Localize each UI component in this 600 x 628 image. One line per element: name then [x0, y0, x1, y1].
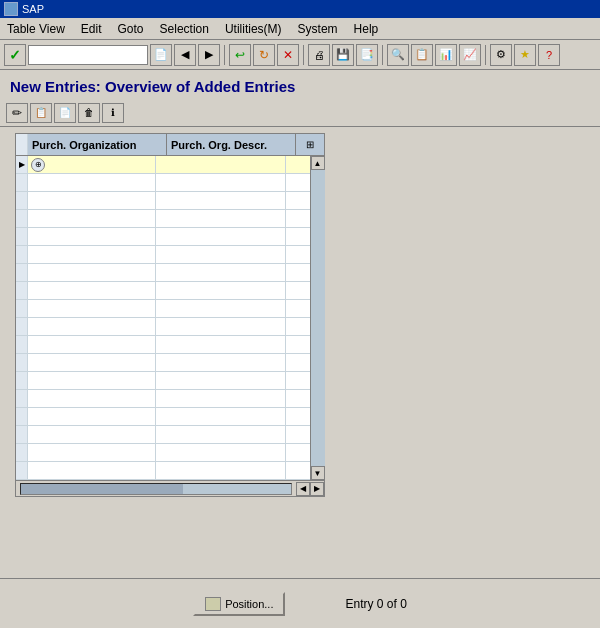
- menu-goto[interactable]: Goto: [115, 21, 147, 37]
- cell-purch-org-10[interactable]: [28, 318, 156, 335]
- layout-button[interactable]: 📊: [435, 44, 457, 66]
- cell-purch-desc-5[interactable]: [156, 228, 286, 245]
- command-input[interactable]: [28, 45, 148, 65]
- table-row[interactable]: [16, 426, 310, 444]
- cell-purch-org-2[interactable]: [28, 174, 156, 191]
- cell-purch-org-6[interactable]: [28, 246, 156, 263]
- table-row[interactable]: [16, 462, 310, 480]
- table-row[interactable]: [16, 336, 310, 354]
- menu-table-view[interactable]: Table View: [4, 21, 68, 37]
- forward-button[interactable]: ▶: [198, 44, 220, 66]
- nav-stop-button[interactable]: ✕: [277, 44, 299, 66]
- cell-purch-desc-1[interactable]: [156, 156, 286, 173]
- cell-purch-desc-14[interactable]: [156, 390, 286, 407]
- cell-purch-org-5[interactable]: [28, 228, 156, 245]
- menu-help[interactable]: Help: [351, 21, 382, 37]
- copy-button[interactable]: 📄: [54, 103, 76, 123]
- cell-purch-org-4[interactable]: [28, 210, 156, 227]
- scroll-left-button[interactable]: ◀: [296, 482, 310, 496]
- star-button[interactable]: ★: [514, 44, 536, 66]
- cell-purch-org-12[interactable]: [28, 354, 156, 371]
- scroll-right-button[interactable]: ▶: [310, 482, 324, 496]
- cell-purch-desc-11[interactable]: [156, 336, 286, 353]
- info-button[interactable]: ℹ: [102, 103, 124, 123]
- table-row[interactable]: [16, 318, 310, 336]
- cell-purch-desc-17[interactable]: [156, 444, 286, 461]
- table-row[interactable]: [16, 282, 310, 300]
- stop-icon: ✕: [283, 48, 293, 62]
- table-row[interactable]: [16, 444, 310, 462]
- table-row[interactable]: ▶ ⊕: [16, 156, 310, 174]
- copy-icon: 📄: [59, 107, 71, 118]
- save-button[interactable]: 💾: [332, 44, 354, 66]
- cell-purch-org-11[interactable]: [28, 336, 156, 353]
- table-row[interactable]: [16, 246, 310, 264]
- scroll-track-horizontal[interactable]: [20, 483, 292, 495]
- position-icon: [205, 597, 221, 611]
- doc-icon-button[interactable]: 📄: [150, 44, 172, 66]
- cell-purch-desc-7[interactable]: [156, 264, 286, 281]
- edit-pencil-button[interactable]: ✏: [6, 103, 28, 123]
- table-row[interactable]: [16, 372, 310, 390]
- cell-purch-org-7[interactable]: [28, 264, 156, 281]
- help-button[interactable]: ?: [538, 44, 560, 66]
- append-button[interactable]: 📋: [30, 103, 52, 123]
- cell-purch-org-16[interactable]: [28, 426, 156, 443]
- nav-prev-button[interactable]: ↩: [229, 44, 251, 66]
- table-row[interactable]: [16, 210, 310, 228]
- cell-purch-desc-9[interactable]: [156, 300, 286, 317]
- title-bar-text: SAP: [22, 3, 44, 15]
- delete-button[interactable]: 🗑: [78, 103, 100, 123]
- table-row[interactable]: [16, 390, 310, 408]
- cell-purch-desc-6[interactable]: [156, 246, 286, 263]
- cell-purch-org-3[interactable]: [28, 192, 156, 209]
- table-row[interactable]: [16, 408, 310, 426]
- cell-purch-desc-2[interactable]: [156, 174, 286, 191]
- table-row[interactable]: [16, 192, 310, 210]
- settings-button[interactable]: ⚙: [490, 44, 512, 66]
- column-settings-button[interactable]: ⊞: [296, 139, 324, 150]
- cell-purch-org-18[interactable]: [28, 462, 156, 479]
- cell-purch-desc-13[interactable]: [156, 372, 286, 389]
- cell-purch-desc-15[interactable]: [156, 408, 286, 425]
- position-button[interactable]: Position...: [193, 592, 285, 616]
- cell-purch-desc-16[interactable]: [156, 426, 286, 443]
- table-row[interactable]: [16, 174, 310, 192]
- cell-purch-org-13[interactable]: [28, 372, 156, 389]
- cell-purch-desc-18[interactable]: [156, 462, 286, 479]
- cell-purch-desc-10[interactable]: [156, 318, 286, 335]
- table-row[interactable]: [16, 264, 310, 282]
- scroll-down-button[interactable]: ▼: [311, 466, 325, 480]
- table-row[interactable]: [16, 300, 310, 318]
- scroll-up-button[interactable]: ▲: [311, 156, 325, 170]
- find-button[interactable]: 🔍: [387, 44, 409, 66]
- menu-system[interactable]: System: [295, 21, 341, 37]
- cell-purch-org-15[interactable]: [28, 408, 156, 425]
- title-bar: SAP: [0, 0, 600, 18]
- print-button[interactable]: 🖨: [308, 44, 330, 66]
- cell-purch-desc-8[interactable]: [156, 282, 286, 299]
- confirm-button[interactable]: ✓: [4, 44, 26, 66]
- cell-purch-desc-4[interactable]: [156, 210, 286, 227]
- row-indicator-14: [16, 390, 28, 407]
- cell-purch-org-1[interactable]: ⊕: [28, 156, 156, 173]
- cell-purch-org-9[interactable]: [28, 300, 156, 317]
- cell-purch-desc-3[interactable]: [156, 192, 286, 209]
- table-row[interactable]: [16, 228, 310, 246]
- menu-edit[interactable]: Edit: [78, 21, 105, 37]
- table-row[interactable]: [16, 354, 310, 372]
- menu-selection[interactable]: Selection: [157, 21, 212, 37]
- save2-button[interactable]: 📑: [356, 44, 378, 66]
- menu-utilities[interactable]: Utilities(M): [222, 21, 285, 37]
- layout2-button[interactable]: 📈: [459, 44, 481, 66]
- nav-refresh-button[interactable]: ↻: [253, 44, 275, 66]
- cell-purch-org-14[interactable]: [28, 390, 156, 407]
- cell-purch-desc-12[interactable]: [156, 354, 286, 371]
- find2-button[interactable]: 📋: [411, 44, 433, 66]
- cell-purch-org-17[interactable]: [28, 444, 156, 461]
- back-button[interactable]: ◀: [174, 44, 196, 66]
- field-search-icon-1[interactable]: ⊕: [31, 158, 45, 172]
- vertical-scrollbar[interactable]: ▲ ▼: [310, 156, 324, 480]
- cell-purch-org-8[interactable]: [28, 282, 156, 299]
- scroll-track-vertical[interactable]: [311, 170, 325, 466]
